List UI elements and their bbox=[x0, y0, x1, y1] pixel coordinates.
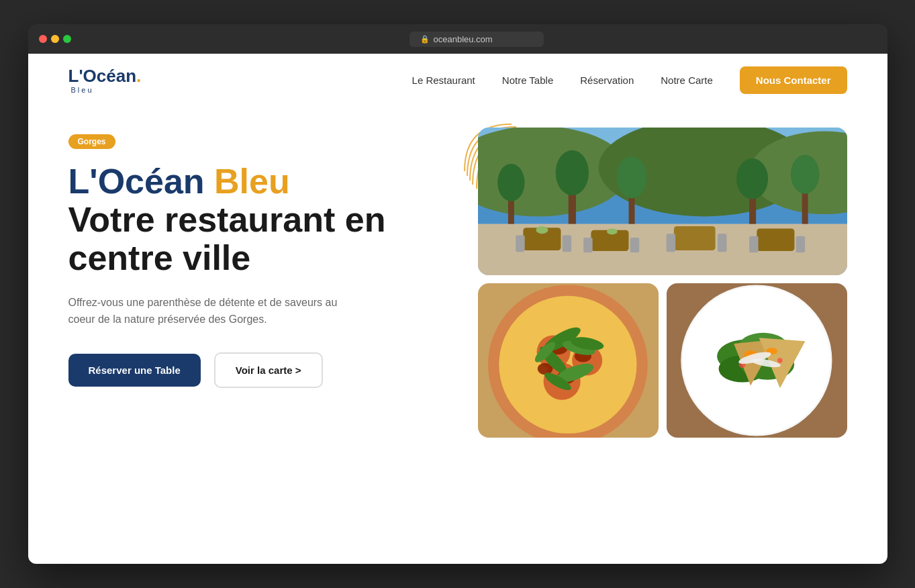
nav-links: Le Restaurant Notre Table Réservation No… bbox=[412, 75, 847, 87]
svg-rect-26 bbox=[717, 234, 726, 252]
svg-rect-24 bbox=[630, 238, 638, 252]
logo: L'Océan. Bleu bbox=[68, 67, 142, 94]
hero-right bbox=[478, 121, 847, 438]
location-badge: Gorges bbox=[68, 134, 115, 149]
svg-rect-21 bbox=[516, 236, 524, 252]
browser-window: 🔒 oceanbleu.com L'Océan. Bleu Le Restaur… bbox=[28, 24, 887, 564]
hero-buttons: Réserver une Table Voir la carte > bbox=[68, 352, 438, 388]
title-bleu: Bleu bbox=[214, 162, 290, 201]
logo-dot: . bbox=[136, 66, 141, 86]
svg-rect-19 bbox=[673, 226, 715, 250]
url-text: oceanbleu.com bbox=[434, 34, 493, 44]
svg-point-61 bbox=[777, 358, 783, 363]
svg-point-30 bbox=[606, 228, 617, 234]
maximize-button[interactable] bbox=[63, 35, 71, 43]
nav-link-carte[interactable]: Notre Carte bbox=[661, 75, 713, 86]
traffic-lights bbox=[39, 35, 71, 43]
nav-link-reservation[interactable]: Réservation bbox=[580, 75, 634, 86]
title-subtitle-line2: centre ville bbox=[68, 238, 251, 277]
restaurant-main-image bbox=[478, 128, 847, 275]
svg-rect-22 bbox=[562, 236, 571, 252]
svg-rect-20 bbox=[757, 228, 794, 251]
svg-point-13 bbox=[736, 158, 768, 199]
address-bar: 🔒 oceanbleu.com bbox=[77, 32, 877, 47]
reserve-table-button[interactable]: Réserver une Table bbox=[68, 354, 201, 387]
hero-title: L'Océan Bleu Votre restaurant en centre … bbox=[68, 162, 438, 278]
nav-link-restaurant[interactable]: Le Restaurant bbox=[412, 75, 475, 86]
svg-point-15 bbox=[790, 154, 819, 193]
title-ocean: L'Océan bbox=[68, 162, 215, 201]
svg-point-7 bbox=[497, 164, 524, 201]
view-menu-button[interactable]: Voir la carte > bbox=[214, 352, 323, 388]
minimize-button[interactable] bbox=[51, 35, 59, 43]
svg-point-29 bbox=[536, 226, 548, 234]
svg-rect-23 bbox=[583, 238, 592, 252]
hero-left: Gorges L'Océan Bleu Votre restaurant en … bbox=[68, 121, 438, 388]
nav-link-table[interactable]: Notre Table bbox=[502, 75, 553, 86]
navbar: L'Océan. Bleu Le Restaurant Notre Table … bbox=[28, 54, 887, 107]
svg-rect-27 bbox=[749, 236, 758, 253]
logo-bleu-text: Bleu bbox=[71, 86, 142, 94]
svg-point-9 bbox=[555, 150, 588, 195]
svg-point-11 bbox=[616, 156, 646, 199]
nav-cta-button[interactable]: Nous Contacter bbox=[740, 66, 847, 94]
title-subtitle-line1: Votre restaurant en bbox=[68, 200, 386, 239]
svg-rect-25 bbox=[666, 234, 675, 252]
address-bar-inner[interactable]: 🔒 oceanbleu.com bbox=[410, 32, 544, 47]
food-images-row bbox=[478, 283, 847, 438]
svg-rect-28 bbox=[796, 236, 804, 253]
logo-main: L'Océan. bbox=[68, 67, 142, 85]
hero-section: Gorges L'Océan Bleu Votre restaurant en … bbox=[28, 107, 887, 464]
close-button[interactable] bbox=[39, 35, 47, 43]
logo-ocean-text: L'Océan bbox=[68, 66, 137, 86]
lock-icon: 🔒 bbox=[420, 35, 430, 44]
hero-description: Offrez-vous une parenthèse de détente et… bbox=[68, 294, 350, 328]
browser-content: L'Océan. Bleu Le Restaurant Notre Table … bbox=[28, 54, 887, 564]
browser-toolbar: 🔒 oceanbleu.com bbox=[28, 24, 887, 54]
salad-image bbox=[667, 283, 847, 438]
pizza-image bbox=[478, 283, 659, 438]
